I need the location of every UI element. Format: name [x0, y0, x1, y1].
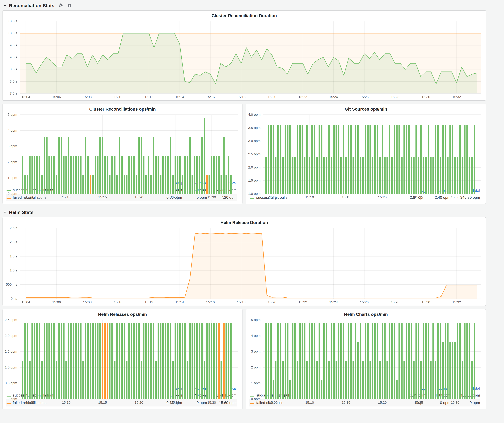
svg-text:5 opm: 5 opm: [251, 318, 261, 322]
svg-text:15:14: 15:14: [175, 95, 184, 99]
svg-text:15:16: 15:16: [206, 300, 215, 304]
panel-cluster-reconciliation-duration: Cluster Reconciliation Duration 7.5 s8.0…: [2, 10, 486, 101]
svg-text:15:10: 15:10: [62, 400, 71, 405]
svg-text:15:25: 15:25: [171, 400, 180, 405]
svg-text:1.0 s: 1.0 s: [10, 268, 17, 272]
svg-text:15:25: 15:25: [414, 400, 423, 405]
svg-text:4 opm: 4 opm: [8, 129, 17, 132]
svg-text:15:10: 15:10: [305, 195, 314, 199]
svg-text:15:22: 15:22: [299, 95, 307, 99]
svg-text:7.5 s: 7.5 s: [10, 91, 17, 95]
svg-text:2.0 opm: 2.0 opm: [5, 334, 17, 338]
section-reconciliation-stats[interactable]: Reconciliation Stats: [3, 1, 486, 9]
gear-icon[interactable]: [59, 3, 63, 7]
svg-text:2 opm: 2 opm: [251, 365, 261, 369]
svg-text:15:10: 15:10: [305, 400, 314, 405]
chevron-down-icon[interactable]: [3, 210, 7, 214]
svg-text:10.0 s: 10.0 s: [8, 31, 17, 35]
svg-text:15:16: 15:16: [206, 95, 215, 99]
svg-text:9.5 s: 9.5 s: [10, 43, 17, 47]
chart-cluster-reconciliation-duration[interactable]: 7.5 s8.0 s8.5 s9.0 s9.5 s10.0 s10.5 s15:…: [3, 19, 486, 100]
svg-text:1 opm: 1 opm: [8, 176, 17, 180]
svg-text:15:20: 15:20: [378, 400, 387, 405]
svg-text:15:08: 15:08: [83, 95, 92, 99]
svg-text:15:22: 15:22: [299, 300, 307, 304]
svg-text:15:20: 15:20: [135, 195, 143, 199]
svg-text:15:14: 15:14: [175, 300, 184, 304]
svg-text:1.5 opm: 1.5 opm: [5, 349, 17, 353]
chevron-down-icon[interactable]: [3, 3, 7, 7]
panel-helm-releases-opm: Helm Releases ops/min 0 opm0.5 opm1.0 op…: [2, 309, 242, 409]
svg-text:15:26: 15:26: [360, 95, 369, 99]
svg-text:4.0 opm: 4.0 opm: [248, 113, 261, 117]
svg-text:15:05: 15:05: [25, 195, 34, 199]
chart-helm-release-duration[interactable]: 0 ns500 ms1.0 s1.5 s2.0 s2.5 s15:0415:06…: [3, 225, 486, 306]
svg-text:15:04: 15:04: [22, 300, 30, 304]
svg-text:15:30: 15:30: [207, 195, 216, 199]
panel-title: Helm Charts ops/min: [246, 309, 486, 317]
section-helm-stats[interactable]: Helm Stats: [3, 208, 486, 216]
svg-text:15:20: 15:20: [268, 300, 276, 304]
svg-text:15:12: 15:12: [145, 300, 153, 304]
svg-text:15:10: 15:10: [114, 300, 122, 304]
svg-text:0 ns: 0 ns: [11, 297, 17, 301]
chart-cluster-reconciliations-opm[interactable]: 0 opm1 opm2 opm3 opm4 opm5 opm15:0515:10…: [3, 112, 242, 179]
svg-text:15:08: 15:08: [83, 300, 92, 304]
svg-text:15:28: 15:28: [391, 300, 399, 304]
svg-text:15:15: 15:15: [98, 195, 107, 199]
chart-git-sources-opm[interactable]: 1.0 opm1.5 opm2.0 opm2.5 opm3.0 opm3.5 o…: [246, 112, 486, 187]
svg-text:15:26: 15:26: [360, 300, 369, 304]
svg-text:15:20: 15:20: [268, 95, 276, 99]
svg-text:15:30: 15:30: [421, 95, 430, 99]
svg-text:15:15: 15:15: [342, 195, 350, 199]
svg-text:15:25: 15:25: [414, 195, 423, 199]
section-title: Reconciliation Stats: [9, 3, 54, 8]
svg-text:0.5 opm: 0.5 opm: [5, 381, 17, 385]
section-title: Helm Stats: [9, 210, 34, 215]
svg-text:1 opm: 1 opm: [251, 381, 261, 385]
panel-title: Helm Release Duration: [3, 217, 486, 225]
svg-text:4 opm: 4 opm: [251, 334, 261, 338]
panel-git-sources-opm: Git Sources ops/min 1.0 opm1.5 opm2.0 op…: [246, 104, 486, 204]
svg-text:15:12: 15:12: [145, 95, 153, 99]
svg-text:0 opm: 0 opm: [8, 397, 17, 401]
svg-text:10.5 s: 10.5 s: [8, 19, 17, 23]
svg-text:15:30: 15:30: [451, 195, 459, 199]
svg-text:0 opm: 0 opm: [8, 192, 17, 196]
svg-text:15:04: 15:04: [22, 95, 30, 99]
svg-text:1.5 opm: 1.5 opm: [248, 178, 261, 182]
svg-text:15:05: 15:05: [269, 400, 277, 405]
panel-title: Cluster Reconciliations ops/min: [3, 104, 242, 112]
chart-helm-releases-opm[interactable]: 0 opm0.5 opm1.0 opm1.5 opm2.0 opm2.5 opm…: [3, 317, 242, 385]
svg-text:15:25: 15:25: [171, 195, 180, 199]
svg-text:2.0 s: 2.0 s: [10, 240, 17, 244]
dashboard: Reconciliation Stats: [0, 0, 504, 423]
svg-text:15:18: 15:18: [237, 95, 246, 99]
svg-text:1.0 opm: 1.0 opm: [5, 365, 17, 369]
svg-text:8.0 s: 8.0 s: [10, 79, 17, 83]
svg-text:3 opm: 3 opm: [8, 144, 17, 148]
svg-text:3.5 opm: 3.5 opm: [248, 126, 261, 130]
svg-text:3.0 opm: 3.0 opm: [248, 139, 261, 143]
trash-icon[interactable]: [67, 3, 72, 7]
svg-text:2 opm: 2 opm: [8, 160, 17, 164]
svg-text:15:32: 15:32: [452, 300, 461, 304]
svg-text:15:30: 15:30: [451, 400, 459, 405]
chart-helm-charts-opm[interactable]: 0 opm1 opm2 opm3 opm4 opm5 opm15:0515:10…: [246, 317, 486, 385]
panel-title: Git Sources ops/min: [246, 104, 486, 112]
svg-text:2.5 s: 2.5 s: [10, 226, 17, 230]
svg-text:5 opm: 5 opm: [8, 113, 17, 117]
panel-helm-release-duration: Helm Release Duration 0 ns500 ms1.0 s1.5…: [2, 217, 486, 306]
panel-helm-charts-opm: Helm Charts ops/min 0 opm1 opm2 opm3 opm…: [246, 309, 486, 409]
svg-text:15:06: 15:06: [52, 300, 61, 304]
panel-title: Cluster Reconciliation Duration: [3, 11, 486, 19]
svg-text:3 opm: 3 opm: [251, 349, 261, 353]
svg-text:15:32: 15:32: [452, 95, 461, 99]
svg-text:15:15: 15:15: [98, 400, 107, 405]
svg-text:15:15: 15:15: [342, 400, 350, 405]
svg-text:2.0 opm: 2.0 opm: [248, 165, 261, 169]
svg-text:15:06: 15:06: [52, 95, 61, 99]
svg-text:15:10: 15:10: [114, 95, 122, 99]
svg-text:9.0 s: 9.0 s: [10, 55, 17, 59]
svg-text:15:28: 15:28: [391, 95, 399, 99]
